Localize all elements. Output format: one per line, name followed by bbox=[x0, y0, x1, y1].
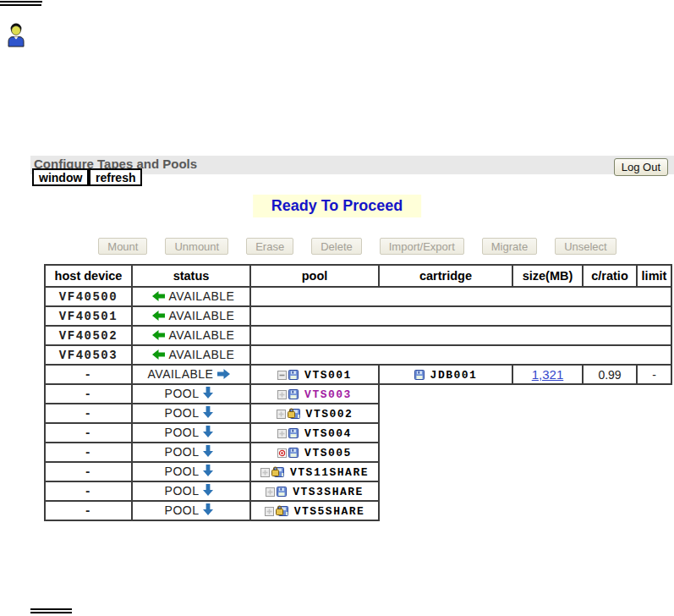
status-label: AVAILABLE bbox=[169, 309, 235, 322]
toolbar-button-mount[interactable]: Mount bbox=[98, 238, 147, 255]
tape-volume-icon bbox=[288, 388, 299, 402]
divider-line bbox=[30, 612, 72, 613]
host-device-cell: - bbox=[45, 462, 132, 481]
cartridge-name: JDB001 bbox=[430, 369, 478, 382]
expand-icon[interactable] bbox=[277, 427, 287, 441]
pool-cell: VTS004 bbox=[250, 423, 379, 443]
table-row: -AVAILABLEVTS001JDB0011,3210.99- bbox=[45, 365, 671, 384]
host-device-cell: VF40502 bbox=[45, 326, 132, 345]
table-row: -POOLVTS004 bbox=[45, 423, 671, 443]
table-row: VF40500AVAILABLE bbox=[45, 287, 671, 306]
empty-cell bbox=[379, 443, 512, 462]
column-header-host-device: host device bbox=[45, 265, 132, 287]
page: Configure Tapes and Pools Log Out window… bbox=[0, 0, 674, 616]
down-arrow-icon bbox=[203, 465, 213, 479]
tape-volume-icon bbox=[414, 369, 425, 382]
expand-icon[interactable] bbox=[266, 486, 275, 499]
column-header-size-mb-: size(MB) bbox=[512, 265, 583, 287]
empty-cell bbox=[512, 384, 583, 404]
tapes-pools-table: host devicestatuspoolcartridgesize(MB)c/… bbox=[44, 264, 672, 521]
toolbar-button-unmount[interactable]: Unmount bbox=[165, 238, 228, 255]
collapse-icon[interactable] bbox=[277, 369, 287, 382]
status-label: POOL bbox=[165, 484, 200, 498]
left-arrow-icon bbox=[152, 349, 165, 362]
empty-cell bbox=[379, 404, 512, 423]
pool-name: VTS003 bbox=[304, 388, 352, 401]
host-device-cell: - bbox=[45, 443, 132, 462]
column-header-cartridge: cartridge bbox=[379, 265, 512, 287]
empty-cell bbox=[512, 501, 583, 520]
logout-button[interactable]: Log Out bbox=[614, 158, 668, 176]
column-header-status: status bbox=[132, 265, 250, 287]
empty-span-cell bbox=[250, 326, 671, 345]
cartridge-cell: JDB001 bbox=[379, 365, 512, 384]
status-cell: AVAILABLE bbox=[132, 306, 250, 326]
user-icon bbox=[5, 22, 27, 47]
status-label: POOL bbox=[165, 387, 200, 400]
expand-icon[interactable] bbox=[260, 466, 270, 480]
status-cell: POOL bbox=[132, 443, 250, 462]
divider-line bbox=[0, 1, 42, 3]
empty-cell bbox=[512, 462, 583, 481]
toolbar-button-erase[interactable]: Erase bbox=[246, 238, 293, 255]
status-cell: AVAILABLE bbox=[132, 345, 250, 365]
status-label: POOL bbox=[165, 426, 200, 439]
status-label: AVAILABLE bbox=[169, 289, 235, 303]
pool-cell: VTS3SHARE bbox=[250, 481, 379, 501]
host-device-cell: - bbox=[45, 365, 132, 384]
left-arrow-icon bbox=[152, 290, 165, 304]
status-label: AVAILABLE bbox=[148, 367, 214, 381]
pool-name: VTS004 bbox=[304, 427, 352, 440]
host-device-cell: - bbox=[45, 404, 132, 423]
window-button[interactable]: window bbox=[32, 168, 89, 186]
table-row: -POOLVTS005 bbox=[45, 443, 671, 462]
pool-name: VTS5SHARE bbox=[294, 505, 365, 518]
empty-cell bbox=[637, 423, 671, 443]
expand-icon[interactable] bbox=[265, 505, 274, 519]
pool-cell: VTS005 bbox=[250, 443, 379, 462]
toolbar-button-migrate[interactable]: Migrate bbox=[482, 238, 537, 255]
host-device-cell: - bbox=[45, 423, 132, 443]
left-arrow-icon bbox=[152, 310, 165, 323]
empty-span-cell bbox=[250, 306, 671, 326]
toolbar-button-delete[interactable]: Delete bbox=[311, 238, 362, 255]
status-cell: POOL bbox=[132, 501, 250, 520]
empty-cell bbox=[512, 404, 583, 423]
status-cell: AVAILABLE bbox=[132, 326, 250, 345]
column-header-c-ratio: c/ratio bbox=[583, 265, 637, 287]
empty-cell bbox=[637, 443, 671, 462]
table-row: VF40503AVAILABLE bbox=[45, 345, 671, 365]
table-row: -POOLVTS003 bbox=[45, 384, 671, 404]
table-row: VF40502AVAILABLE bbox=[45, 326, 671, 345]
expand-icon[interactable] bbox=[277, 408, 286, 421]
status-cell: POOL bbox=[132, 404, 250, 423]
toolbar-button-import-export[interactable]: Import/Export bbox=[380, 238, 464, 255]
pool-name: VTS005 bbox=[304, 447, 352, 459]
status-cell: AVAILABLE bbox=[132, 287, 250, 306]
pool-cell: VTS5SHARE bbox=[250, 501, 379, 520]
status-label: POOL bbox=[165, 465, 200, 478]
empty-cell bbox=[637, 481, 671, 501]
pool-cell: VTS002 bbox=[250, 404, 379, 423]
host-device-cell: - bbox=[45, 501, 132, 520]
empty-cell bbox=[379, 423, 512, 443]
empty-cell bbox=[583, 481, 637, 501]
refresh-button[interactable]: refresh bbox=[89, 168, 142, 186]
tape-volume-icon bbox=[288, 427, 299, 441]
column-header-limit: limit bbox=[637, 265, 671, 287]
host-device-cell: - bbox=[45, 481, 132, 501]
table-header-row: host devicestatuspoolcartridgesize(MB)c/… bbox=[45, 265, 671, 287]
table-row: -POOLVTS5SHARE bbox=[45, 501, 671, 520]
table-row: VF40501AVAILABLE bbox=[45, 306, 671, 326]
divider-line bbox=[0, 4, 41, 6]
host-device-cell: VF40500 bbox=[45, 287, 132, 306]
tape-volume-icon bbox=[288, 447, 299, 460]
status-label: POOL bbox=[165, 503, 200, 517]
tape-volume-icon bbox=[277, 486, 287, 499]
toolbar-button-unselect[interactable]: Unselect bbox=[555, 238, 616, 255]
size-cell: 1,321 bbox=[512, 365, 583, 384]
status-label: AVAILABLE bbox=[169, 328, 235, 342]
status-banner: Ready To Proceed bbox=[253, 195, 422, 217]
size-link[interactable]: 1,321 bbox=[532, 367, 564, 382]
expand-icon[interactable] bbox=[277, 388, 287, 402]
